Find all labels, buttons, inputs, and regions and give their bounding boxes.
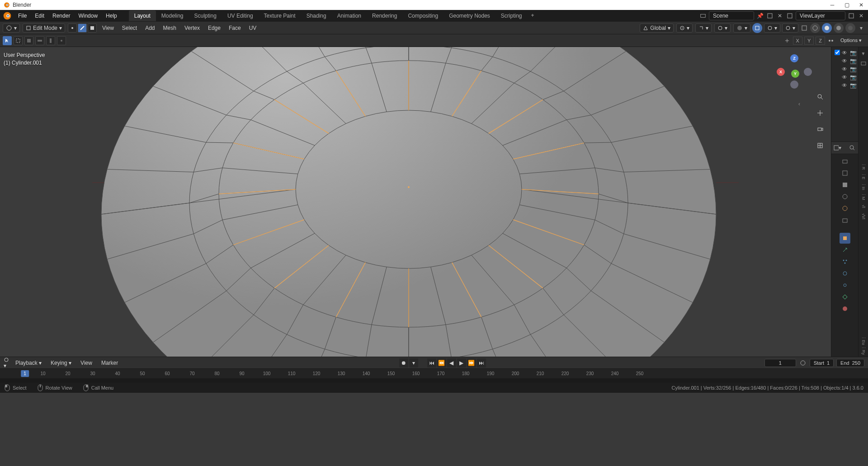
render-visibility-icon[interactable]: 📷 [850, 82, 856, 89]
prop-tab-data[interactable] [840, 292, 850, 302]
mesh-edit-mode-dropdown[interactable]: ▾ [733, 24, 750, 33]
prop-tab-particles[interactable] [840, 256, 850, 267]
vp-menu-view[interactable]: View [99, 24, 117, 32]
tl-menu-marker[interactable]: Marker [99, 359, 121, 367]
prop-tab-render[interactable] [840, 156, 850, 167]
mirror-x[interactable]: X [793, 37, 802, 45]
cursor-tool[interactable] [3, 36, 12, 45]
visibility-icon[interactable]: 👁 [842, 66, 848, 72]
n-tab-in[interactable]: ⋮In [860, 183, 867, 190]
tl-menu-view[interactable]: View [78, 359, 95, 367]
tab-compositing[interactable]: Compositing [402, 10, 443, 21]
axis-z[interactable]: Z [790, 54, 798, 62]
vp-menu-select[interactable]: Select [119, 24, 140, 32]
viewlayer-name-field[interactable] [796, 11, 845, 20]
options-dropdown[interactable]: Options ▾ [837, 37, 865, 44]
autokey-dropdown[interactable]: ▾ [409, 358, 418, 367]
prop-tab-world[interactable] [840, 203, 850, 214]
face-select-mode[interactable] [88, 24, 97, 33]
play-button[interactable]: ▶ [457, 358, 466, 367]
scene-name-field[interactable] [709, 11, 754, 20]
shading-options-dropdown[interactable]: ▾ [857, 24, 865, 32]
axis-neg-x[interactable] [804, 68, 812, 76]
tab-texturepaint[interactable]: Texture Paint [259, 10, 301, 21]
render-visibility-icon[interactable]: 📷 [850, 74, 856, 80]
add-workspace-button[interactable]: + [528, 10, 538, 21]
tab-modeling[interactable]: Modeling [156, 10, 189, 21]
pivot-dropdown[interactable]: ▾ [676, 24, 693, 33]
n-tab-vl[interactable]: √Vl [860, 212, 867, 220]
vp-menu-mesh[interactable]: Mesh [160, 24, 179, 32]
wireframe-shading-button[interactable] [810, 23, 820, 33]
sidebar-collapse-arrow[interactable]: ‹ [798, 99, 804, 109]
timeline-editor-dropdown[interactable]: ▾ [4, 357, 9, 369]
select-tweak-tool[interactable] [57, 36, 66, 45]
tl-menu-keying[interactable]: Keying ▾ [48, 359, 74, 367]
jump-start-button[interactable]: ⏮ [427, 358, 436, 367]
tab-shading[interactable]: Shading [301, 10, 332, 21]
material-shading-button[interactable] [834, 23, 844, 33]
select-lasso-tool[interactable] [35, 36, 44, 45]
tl-menu-playback[interactable]: Playback ▾ [13, 359, 44, 367]
vp-menu-uv[interactable]: UV [246, 24, 259, 32]
select-box-tool-2[interactable] [24, 36, 33, 45]
editor-type-dropdown[interactable]: ▾ [3, 24, 20, 33]
prop-tab-scene[interactable] [840, 191, 850, 202]
pin-icon[interactable]: 📌 [756, 12, 764, 20]
visibility-icon[interactable]: 👁 [842, 58, 848, 64]
n-tab-eu[interactable]: ⋮Eu [860, 337, 867, 344]
mode-dropdown[interactable]: Edit Mode▾ [23, 24, 65, 33]
orientation-dropdown[interactable]: Global▾ [640, 24, 674, 33]
axis-y[interactable]: Y [791, 70, 799, 78]
menu-render[interactable]: Render [49, 11, 74, 20]
prop-tab-constraints[interactable] [840, 280, 850, 291]
edge-select-mode[interactable] [78, 24, 87, 33]
start-frame-field[interactable]: Start1 [810, 359, 834, 367]
timeline-scrollbar[interactable] [0, 378, 868, 383]
3d-viewport[interactable]: User Perspective (1) Cylinder.001 Z X Y … [0, 47, 831, 357]
n-tab-m[interactable]: ⋮M [860, 193, 867, 200]
timeline-ruler[interactable]: 1 10203040506070809010011012013014015016… [0, 368, 868, 378]
n-tab-ry[interactable]: ⋮Ry [860, 347, 867, 354]
menu-help[interactable]: Help [102, 11, 121, 20]
n-tab-l[interactable]: √l [860, 202, 867, 210]
menu-file[interactable]: File [14, 11, 30, 20]
camera-view-icon[interactable] [814, 123, 826, 136]
playhead[interactable]: 1 [21, 370, 29, 377]
next-keyframe-button[interactable]: ⏩ [467, 358, 476, 367]
render-visibility-icon[interactable]: 📷 [850, 66, 856, 72]
new-collection-icon[interactable] [860, 60, 867, 67]
current-frame-field[interactable]: 1 [764, 359, 796, 367]
gizmo-dropdown[interactable]: ▾ [764, 24, 780, 33]
render-visibility-icon[interactable]: 📷 [850, 58, 856, 64]
new-viewlayer-icon[interactable] [847, 12, 855, 20]
jump-end-button[interactable]: ⏭ [477, 358, 486, 367]
tab-rendering[interactable]: Rendering [367, 10, 402, 21]
n-tab-item[interactable]: ⋮R [860, 163, 867, 170]
mirror-y[interactable]: Y [804, 37, 814, 45]
play-reverse-button[interactable]: ◀ [447, 358, 456, 367]
solid-shading-button[interactable] [822, 23, 832, 33]
filter-icon[interactable]: ▼ [860, 50, 867, 57]
prop-tab-material[interactable] [840, 303, 850, 314]
tab-scripting[interactable]: Scripting [495, 10, 528, 21]
select-box-tool[interactable] [14, 36, 23, 45]
new-scene-icon[interactable] [766, 12, 774, 20]
mirror-icon[interactable] [783, 37, 791, 45]
select-visibility-button[interactable] [752, 23, 762, 33]
vp-menu-add[interactable]: Add [142, 24, 157, 32]
tab-animation[interactable]: Animation [332, 10, 367, 21]
navigation-gizmo[interactable]: Z X Y [774, 52, 810, 88]
prop-tab-modifiers[interactable] [840, 245, 850, 255]
preview-range-icon[interactable] [799, 359, 807, 367]
maximize-button[interactable]: ▢ [844, 2, 850, 8]
pan-icon[interactable] [814, 107, 826, 119]
delete-viewlayer-icon[interactable]: ✕ [857, 12, 865, 20]
minimize-button[interactable]: ─ [829, 2, 835, 8]
properties-type-dropdown[interactable]: ▾ [833, 144, 841, 152]
close-button[interactable]: ✕ [858, 2, 864, 8]
vp-menu-face[interactable]: Face [226, 24, 244, 32]
prop-tab-output[interactable] [840, 168, 850, 179]
prop-tab-object[interactable] [840, 233, 850, 244]
snap-dropdown[interactable]: ▾ [695, 24, 712, 33]
